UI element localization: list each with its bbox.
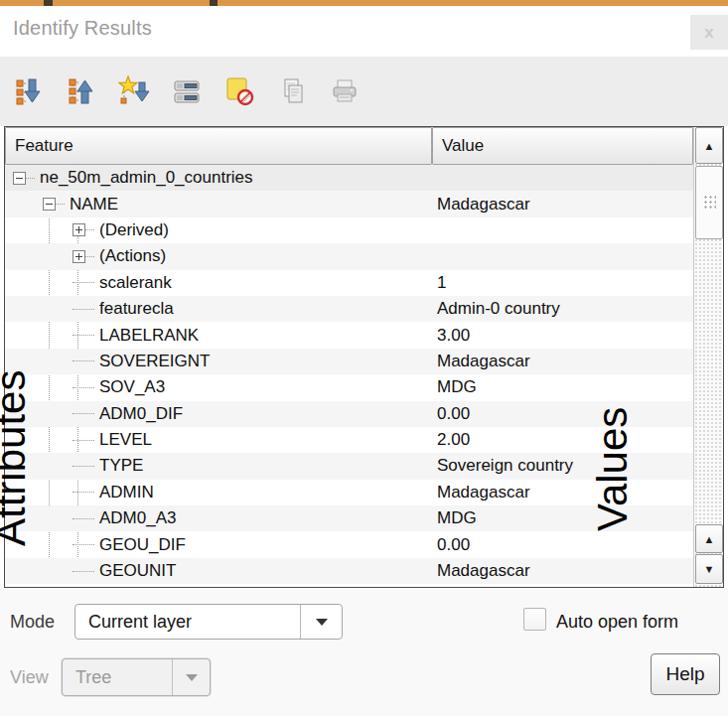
feature-label: ADMIN xyxy=(99,483,154,502)
value-cell: Madagascar xyxy=(437,561,530,581)
feature-cell: featurecla xyxy=(5,296,174,322)
top-accent-bar xyxy=(0,0,728,6)
feature-cell: scalerank xyxy=(5,270,172,296)
branch-line xyxy=(73,544,94,545)
collapse-icon[interactable] xyxy=(13,172,26,185)
branch-line xyxy=(85,229,94,230)
value-cell: Madagascar xyxy=(437,352,530,371)
expand-tree-icon xyxy=(13,75,45,107)
collapse-tree-icon xyxy=(66,75,97,107)
scrollbar-thumb[interactable] xyxy=(695,166,723,239)
feature-cell: LABELRANK xyxy=(5,322,199,348)
feature-label: SOVEREIGNT xyxy=(99,352,210,371)
branch-line xyxy=(73,387,94,388)
feature-label: ne_50m_admin_0_countries xyxy=(40,168,253,188)
clear-results-button[interactable] xyxy=(170,74,204,108)
clear-highlights-button[interactable] xyxy=(222,74,256,108)
value-cell: 2.00 xyxy=(437,430,470,450)
feature-label: ADM0_A3 xyxy=(99,508,176,528)
tree-row[interactable]: LABELRANK3.00 xyxy=(5,322,694,348)
mode-selected-value: Current layer xyxy=(75,612,300,633)
tree-row[interactable]: ne_50m_admin_0_countries xyxy=(5,165,694,191)
branch-line xyxy=(73,571,94,572)
feature-cell: (Actions) xyxy=(5,243,166,269)
vertical-scrollbar[interactable]: ▲ ▲ ▼ xyxy=(693,127,723,587)
expand-new-results-icon xyxy=(118,75,150,107)
tree-row[interactable]: GEOU_DIF0.00 xyxy=(5,531,694,557)
clear-highlights-icon xyxy=(223,75,255,107)
expand-icon[interactable] xyxy=(73,223,85,236)
identify-results-panel: Identify Results x xyxy=(0,0,728,716)
tree-row[interactable]: SOVEREIGNTMadagascar xyxy=(5,349,694,374)
tree-row[interactable]: SOV_A3MDG xyxy=(5,374,694,400)
scroll-up-button[interactable]: ▲ xyxy=(695,127,723,164)
branch-line xyxy=(85,256,94,257)
clear-results-icon xyxy=(171,75,203,107)
feature-label: (Actions) xyxy=(99,246,166,266)
arrow-up-icon: ▲ xyxy=(704,140,715,152)
feature-label: (Derived) xyxy=(99,220,169,240)
value-cell: Madagascar xyxy=(437,195,530,215)
tree-row[interactable]: featureclaAdmin-0 country xyxy=(5,296,694,322)
branch-line xyxy=(73,360,94,361)
branch-line xyxy=(73,309,94,310)
feature-label: LEVEL xyxy=(99,430,152,450)
tree-row[interactable]: GEOUNITMadagascar xyxy=(5,558,694,584)
column-header-value[interactable]: Value xyxy=(432,127,693,165)
tree-row[interactable]: (Actions) xyxy=(5,243,694,269)
value-cell: MDG xyxy=(437,508,477,528)
close-icon: x xyxy=(704,23,713,43)
view-dropdown-arrow[interactable] xyxy=(172,659,210,695)
collapse-tree-button[interactable] xyxy=(65,74,98,108)
branch-line xyxy=(73,335,94,336)
top-bar-mark xyxy=(210,0,218,6)
collapse-icon[interactable] xyxy=(43,198,56,211)
auto-open-form-checkbox[interactable] xyxy=(523,608,546,631)
chevron-down-icon xyxy=(316,619,328,626)
expand-tree-button[interactable] xyxy=(12,74,46,108)
mode-dropdown-arrow[interactable] xyxy=(300,605,342,639)
tree-row[interactable]: scalerank1 xyxy=(5,270,694,296)
scrollbar-grip-icon xyxy=(703,195,716,210)
arrow-down-icon: ▼ xyxy=(704,563,715,575)
branch-line xyxy=(73,440,94,441)
tree-row[interactable]: NAMEMadagascar xyxy=(5,191,694,216)
close-button[interactable]: x xyxy=(690,15,728,50)
branch-line xyxy=(56,204,65,205)
feature-cell: SOVEREIGNT xyxy=(5,349,210,374)
value-cell: 3.00 xyxy=(437,326,470,346)
copy-feature-button[interactable] xyxy=(275,74,309,108)
feature-label: featurecla xyxy=(99,299,174,319)
branch-line xyxy=(26,178,35,179)
help-button[interactable]: Help xyxy=(651,653,720,695)
column-header-feature[interactable]: Feature xyxy=(5,127,432,165)
value-cell: 0.00 xyxy=(437,535,470,555)
branch-line xyxy=(73,518,94,519)
view-combobox[interactable]: Tree xyxy=(62,658,211,696)
auto-open-form-label: Auto open form xyxy=(556,612,678,633)
branch-line xyxy=(73,282,94,283)
view-selected-value: Tree xyxy=(63,667,172,688)
mode-combobox[interactable]: Current layer xyxy=(74,604,343,640)
feature-cell: ne_50m_admin_0_countries xyxy=(5,165,253,191)
value-cell: 0.00 xyxy=(437,404,470,424)
feature-cell: (Derived) xyxy=(5,217,169,243)
arrow-up-icon: ▲ xyxy=(704,533,715,545)
value-cell: Admin-0 country xyxy=(437,299,560,319)
scroll-down-button[interactable]: ▼ xyxy=(695,554,723,584)
tree-row[interactable]: (Derived) xyxy=(5,217,694,243)
expand-new-results-button[interactable] xyxy=(117,74,151,108)
feature-label: scalerank xyxy=(99,273,172,293)
scroll-up-button-bottom[interactable]: ▲ xyxy=(695,524,723,553)
value-cell: Sovereign country xyxy=(437,456,573,476)
chevron-down-icon xyxy=(186,674,198,681)
panel-title: Identify Results xyxy=(13,17,152,40)
footer-controls: Mode Current layer Auto open form View T… xyxy=(0,588,728,716)
feature-label: LABELRANK xyxy=(99,326,199,346)
value-cell: MDG xyxy=(437,377,477,397)
print-icon xyxy=(329,75,361,107)
expand-icon[interactable] xyxy=(73,250,85,263)
print-button[interactable] xyxy=(328,74,362,108)
feature-cell: NAME xyxy=(5,191,118,216)
feature-label: ADM0_DIF xyxy=(99,404,183,424)
